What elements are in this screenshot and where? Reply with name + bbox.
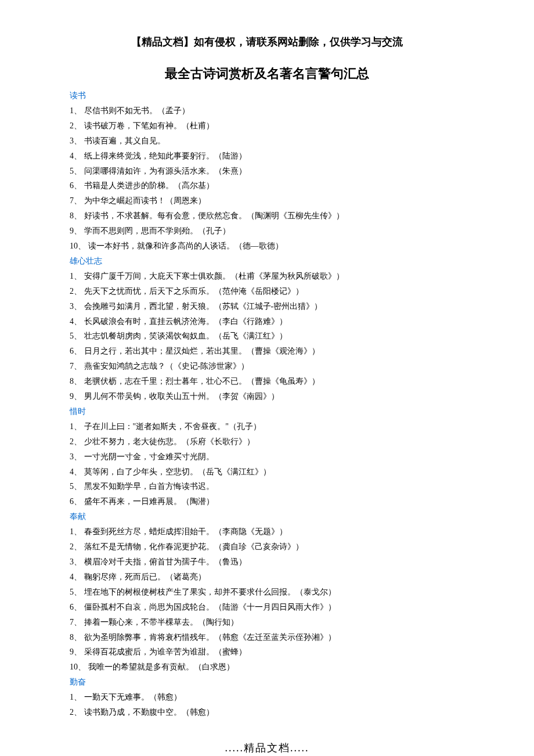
quote-line: 5、 埋在地下的树根使树枝产生了果实，却并不要求什么回报。（泰戈尔） <box>70 585 464 600</box>
quote-line: 2、 先天下之忧而忧，后天下之乐而乐。（范仲淹《岳阳楼记》） <box>70 284 464 299</box>
quote-line: 5、 壮志饥餐胡虏肉，笑谈渴饮匈奴血。（岳飞《满江红》） <box>70 329 464 344</box>
quote-line: 7、 捧着一颗心来，不带半棵草去。（陶行知） <box>70 615 464 630</box>
quote-line: 6、 日月之行，若出其中；星汉灿烂，若出其里。（曹操《观沧海》） <box>70 344 464 359</box>
quote-line: 8、 好读书，不求甚解。每有会意，便欣然忘食。（陶渊明《五柳先生传》） <box>70 208 464 224</box>
quote-line: 8、 老骥伏枥，志在千里；烈士暮年，壮心不已。（曹操《龟虽寿》） <box>70 374 464 389</box>
section-heading: 雄心壮志 <box>70 256 464 267</box>
quote-line: 6、 书籍是人类进步的阶梯。（高尔基） <box>70 178 464 193</box>
quote-line: 4、 纸上得来终觉浅，绝知此事要躬行。（陆游） <box>70 149 464 164</box>
quote-line: 2、 少壮不努力，老大徒伤悲。（乐府《长歌行》） <box>70 434 464 449</box>
section-heading: 读书 <box>70 91 464 101</box>
document-page: 【精品文档】如有侵权，请联系网站删除，仅供学习与交流 最全古诗词赏析及名著名言警… <box>0 0 534 756</box>
quote-line: 3、 横眉冷对千夫指，俯首甘为孺子牛。（鲁迅） <box>70 555 464 570</box>
quote-line: 4、 鞠躬尽瘁，死而后已。（诸葛亮） <box>70 570 464 585</box>
quote-line: 2、 读书勤乃成，不勤腹中空。（韩愈） <box>70 705 464 720</box>
quote-line: 1、 春蚕到死丝方尽，蜡炬成挥泪始干。（李商隐《无题》） <box>70 524 464 539</box>
quote-line: 3、 一寸光阴一寸金，寸金难买寸光阴。 <box>70 449 464 465</box>
quote-line: 2、 读书破万卷，下笔如有神。（杜甫） <box>70 118 464 134</box>
quote-line: 7、 燕雀安知鸿鹄之志哉？（《史记-陈涉世家》） <box>70 359 464 374</box>
quote-line: 6、 盛年不再来，一日难再晨。（陶潜） <box>70 494 464 509</box>
quote-line: 1、 尽信书则不如无书。（孟子） <box>70 103 464 118</box>
quote-line: 1、 安得广厦千万间，大庇天下寒士俱欢颜。（杜甫《茅屋为秋风所破歌》） <box>70 269 464 284</box>
quote-line: 7、 为中华之崛起而读书！（周恩来） <box>70 193 464 208</box>
quote-line: 8、 欲为圣明除弊事，肯将衰朽惜残年。（韩愈《左迁至蓝关示侄孙湘》） <box>70 630 464 645</box>
quote-line: 2、 落红不是无情物，化作春泥更护花。（龚自珍《己亥杂诗》） <box>70 539 464 555</box>
quote-line: 10、 我唯一的希望就是多有贡献。（白求恩） <box>70 660 464 675</box>
main-title: 最全古诗词赏析及名著名言警句汇总 <box>70 65 464 82</box>
quote-line: 5、 问渠哪得清如许，为有源头活水来。（朱熹） <box>70 164 464 179</box>
quote-line: 4、 莫等闲，白了少年头，空悲切。（岳飞《满江红》） <box>70 465 464 480</box>
section-heading: 勤奋 <box>70 677 464 687</box>
quote-line: 3、 书读百遍，其义自见。 <box>70 134 464 149</box>
quote-line: 9、 男儿何不带吴钩，收取关山五十州。（李贺《南园》） <box>70 389 464 404</box>
quote-line: 6、 僵卧孤村不自哀，尚思为国戍轮台。（陆游《十一月四日风雨大作》） <box>70 600 464 615</box>
quote-line: 1、 子在川上曰："逝者如斯夫，不舍昼夜。"（孔子） <box>70 419 464 434</box>
footer-text: .....精品文档..... <box>70 741 464 755</box>
section-heading: 惜时 <box>70 406 464 417</box>
quote-line: 9、 学而不思则罔，思而不学则殆。（孔子） <box>70 224 464 239</box>
quote-line: 1、 一勤天下无难事。（韩愈） <box>70 690 464 705</box>
header-notice: 【精品文档】如有侵权，请联系网站删除，仅供学习与交流 <box>70 35 464 49</box>
section-heading: 奉献 <box>70 512 464 522</box>
quote-line: 4、 长风破浪会有时，直挂云帆济沧海。（李白《行路难》） <box>70 314 464 329</box>
quote-line: 3、 会挽雕弓如满月，西北望，射天狼。（苏轼《江城子-密州出猎》） <box>70 299 464 314</box>
quote-line: 5、 黑发不知勤学早，白首方悔读书迟。 <box>70 479 464 494</box>
sections-container: 读书1、 尽信书则不如无书。（孟子）2、 读书破万卷，下笔如有神。（杜甫）3、 … <box>70 91 464 720</box>
quote-line: 9、 采得百花成蜜后，为谁辛苦为谁甜。（蜜蜂） <box>70 645 464 660</box>
quote-line: 10、 读一本好书，就像和许多高尚的人谈话。（德—歌德） <box>70 239 464 254</box>
